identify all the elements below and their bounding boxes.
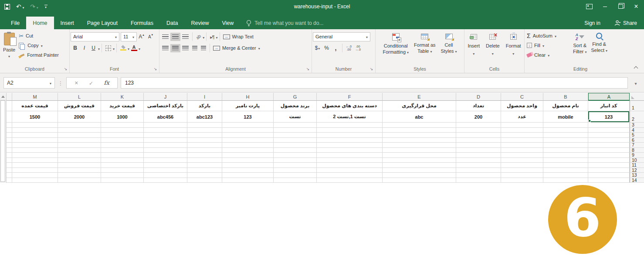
cell-E7[interactable]	[383, 143, 456, 148]
paste-dropdown-icon[interactable]	[8, 53, 10, 59]
cell-B8[interactable]	[543, 148, 588, 153]
cell-H3[interactable]	[222, 123, 274, 128]
find-select-button[interactable]: Find & Select	[589, 30, 610, 54]
cell-C9[interactable]	[501, 153, 543, 158]
cell-D4[interactable]	[456, 128, 501, 133]
cell-K5[interactable]	[101, 133, 144, 138]
cell-G13[interactable]	[274, 173, 317, 178]
sort-filter-dropdown-icon[interactable]	[585, 49, 586, 55]
undo-dropdown-icon[interactable]	[23, 3, 24, 10]
paste-button[interactable]: Paste	[1, 30, 17, 59]
cell-M11[interactable]	[12, 163, 58, 168]
cell-A4[interactable]	[588, 128, 630, 133]
cell-I13[interactable]	[187, 173, 222, 178]
cell-L12[interactable]	[58, 168, 101, 173]
cell-A11[interactable]	[588, 163, 630, 168]
cell-H10[interactable]	[222, 158, 274, 163]
insert-cells-button[interactable]: Insert	[465, 30, 482, 57]
cell-L8[interactable]	[58, 148, 101, 153]
row-header-14[interactable]: 14	[630, 178, 644, 183]
cell-K9[interactable]	[101, 153, 144, 158]
column-header-I[interactable]: I	[187, 93, 222, 101]
cell-K11[interactable]	[101, 163, 144, 168]
cell-B12[interactable]	[543, 168, 588, 173]
cell-I6[interactable]	[187, 138, 222, 143]
cell-L5[interactable]	[58, 133, 101, 138]
align-right-button[interactable]	[180, 44, 190, 52]
cell-E14[interactable]	[383, 178, 456, 183]
cell-J9[interactable]	[144, 153, 187, 158]
delete-dropdown-icon[interactable]	[492, 51, 494, 57]
cell-F12[interactable]	[317, 168, 383, 173]
save-button[interactable]	[4, 4, 10, 10]
cell-G5[interactable]	[274, 133, 317, 138]
currency-dropdown-icon[interactable]	[318, 45, 320, 51]
cell-I8[interactable]	[187, 148, 222, 153]
cell-edge2[interactable]	[7, 111, 12, 123]
font-size-combo[interactable]: 11	[121, 32, 137, 41]
cell-H14[interactable]	[222, 178, 274, 183]
find-select-dropdown-icon[interactable]	[606, 48, 607, 54]
cell-K6[interactable]	[101, 138, 144, 143]
cell-L3[interactable]	[58, 123, 101, 128]
format-painter-button[interactable]: Format Painter	[17, 50, 60, 60]
cell-A5[interactable]	[588, 133, 630, 138]
cell-A13[interactable]	[588, 173, 630, 178]
cell-D14[interactable]	[456, 178, 501, 183]
redo-button[interactable]	[30, 3, 38, 10]
tab-home[interactable]: Home	[26, 17, 54, 29]
cell-C2[interactable]: عدد	[501, 111, 543, 123]
cell-A1[interactable]: کد انبار	[588, 101, 630, 111]
currency-button[interactable]: $	[313, 43, 322, 53]
align-center-button[interactable]	[170, 44, 180, 52]
cell-G6[interactable]	[274, 138, 317, 143]
cell-H13[interactable]	[222, 173, 274, 178]
fill-handle[interactable]	[588, 120, 591, 122]
cell-I2[interactable]: abc123	[187, 111, 222, 123]
cell-H12[interactable]	[222, 168, 274, 173]
cell-J13[interactable]	[144, 173, 187, 178]
row-header-2[interactable]: 2	[630, 111, 644, 123]
underline-dropdown-icon[interactable]	[98, 44, 100, 52]
cell-K8[interactable]	[101, 148, 144, 153]
cell-D12[interactable]	[456, 168, 501, 173]
cancel-entry-icon[interactable]	[75, 79, 78, 87]
cell-K3[interactable]	[101, 123, 144, 128]
cell-B14[interactable]	[543, 178, 588, 183]
tab-insert[interactable]: Insert	[54, 17, 81, 29]
cell-G12[interactable]	[274, 168, 317, 173]
cell-A2[interactable]: 123	[588, 111, 630, 123]
cell-F11[interactable]	[317, 163, 383, 168]
format-cells-button[interactable]: Format	[504, 30, 523, 57]
cell-G7[interactable]	[274, 143, 317, 148]
cell-G2[interactable]: تست	[274, 111, 317, 123]
font-dialog-launcher[interactable]	[153, 67, 158, 72]
cell-E12[interactable]	[383, 168, 456, 173]
cell-K12[interactable]	[101, 168, 144, 173]
cell-K10[interactable]	[101, 158, 144, 163]
tell-me-box[interactable]: Tell me what you want to do...	[246, 17, 323, 29]
cell-G1[interactable]: برند محصول	[274, 101, 317, 111]
cell-B3[interactable]	[543, 123, 588, 128]
increase-indent-button[interactable]	[190, 44, 199, 52]
cell-C7[interactable]	[501, 143, 543, 148]
cell-A14[interactable]	[588, 178, 630, 183]
cell-E13[interactable]	[383, 173, 456, 178]
cell-M9[interactable]	[12, 153, 58, 158]
merge-center-button[interactable]: Merge & Center	[212, 43, 261, 53]
cell-J1[interactable]: بارکد اختصاصی	[144, 101, 187, 111]
cell-I1[interactable]: بارکد	[187, 101, 222, 111]
cell-F4[interactable]	[317, 128, 383, 133]
cell-J14[interactable]	[144, 178, 187, 183]
cell-L2[interactable]: 2000	[58, 111, 101, 123]
column-header-B[interactable]: B	[543, 93, 588, 101]
cell-I7[interactable]	[187, 143, 222, 148]
cell-D7[interactable]	[456, 143, 501, 148]
tab-review[interactable]: Review	[184, 17, 215, 29]
cell-E2[interactable]: abc	[383, 111, 456, 123]
cell-M10[interactable]	[12, 158, 58, 163]
cell-edge9[interactable]	[7, 153, 12, 158]
percent-button[interactable]: %	[322, 43, 331, 53]
font-size-dropdown-icon[interactable]	[132, 34, 134, 39]
increase-decimal-button[interactable]	[344, 43, 353, 53]
